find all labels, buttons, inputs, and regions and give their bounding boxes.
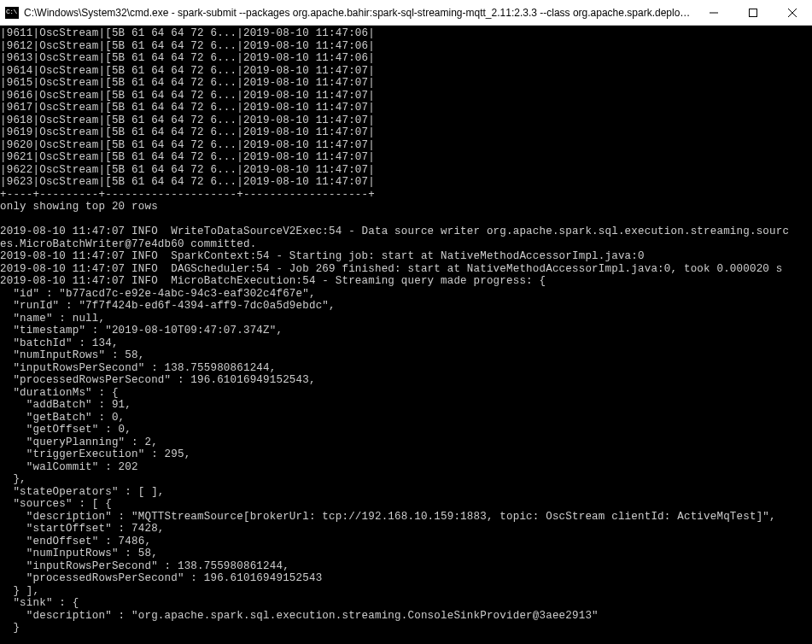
window-title: C:\Windows\System32\cmd.exe - spark-subm… [24,7,694,19]
close-button[interactable] [773,0,812,25]
terminal-output[interactable]: |9611|OscStream|[5B 61 64 64 72 6...|201… [0,26,812,644]
minimize-icon [710,9,718,17]
minimize-button[interactable] [694,0,733,25]
cmd-window: C:\Windows\System32\cmd.exe - spark-subm… [0,0,812,644]
cmd-icon [5,7,19,19]
titlebar[interactable]: C:\Windows\System32\cmd.exe - spark-subm… [0,0,812,26]
svg-rect-1 [750,9,757,16]
close-icon [788,9,797,17]
maximize-button[interactable] [733,0,773,25]
window-controls [694,0,812,25]
maximize-icon [749,9,757,17]
